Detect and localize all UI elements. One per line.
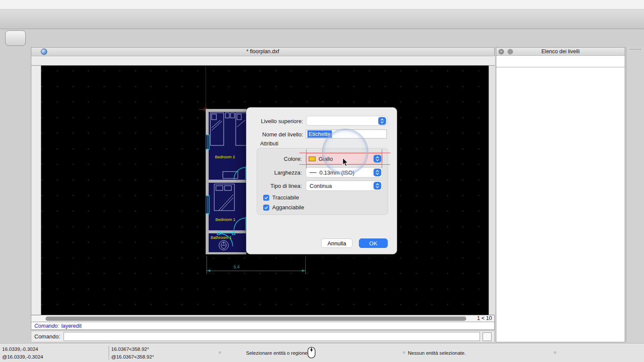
panel-header: × Elenco dei livelli <box>496 48 625 56</box>
layer-name-field[interactable]: Etichette <box>306 130 387 139</box>
mouse-cursor <box>342 157 349 167</box>
command-history: Comando: layeredit <box>31 322 495 330</box>
layer-list-panel: × Elenco dei livelli <box>496 47 625 342</box>
color-label: Colore: <box>257 156 302 162</box>
dimension-line <box>207 271 305 271</box>
status-dot <box>219 351 221 354</box>
floorplan-drawing[interactable]: Bedroom 2 Bedroom 1 Bathroom 1 <box>206 109 246 254</box>
yellow-color-swatch <box>309 157 316 161</box>
command-history-label: Comando: <box>34 323 59 329</box>
linetype-dropdown[interactable]: Continua <box>306 181 383 191</box>
status-dot <box>403 351 405 354</box>
floorplan-geometry <box>206 109 246 254</box>
stepper-icon <box>378 117 386 125</box>
attributes-group: Colore: Giallo Larghezza: 0.13mm (ISO) T… <box>257 148 388 215</box>
lineweight-value: 0.13mm (ISO) <box>319 169 355 176</box>
plottable-label: Tracciabile <box>272 194 299 201</box>
snap-crosshair-line <box>382 149 382 168</box>
plottable-checkbox[interactable]: Tracciabile <box>263 194 299 201</box>
status-bar: 16.0339,-0.3024 @16.0339,-0.3024 16.0367… <box>0 343 644 362</box>
command-row: Comando: <box>31 331 495 342</box>
coord-polar: 16.0367<358.92° <box>111 347 149 352</box>
draw-tool-button[interactable] <box>5 30 26 46</box>
dimension-value: 6.4 <box>234 265 240 269</box>
document-title: * floorplan.dxf <box>31 48 494 54</box>
lineweight-sample-icon <box>310 172 316 173</box>
menu-bar <box>0 0 644 9</box>
dimension-arrow <box>302 269 305 272</box>
command-input[interactable] <box>64 332 480 341</box>
drawing-title-bar: * floorplan.dxf <box>31 48 494 56</box>
layer-name-value: Etichette <box>307 130 332 138</box>
panel-title: Elenco dei livelli <box>541 48 580 54</box>
coord-polar-relative: @16.0367<358.92° <box>111 354 154 359</box>
coord-relative: @16.0339,-0.3024 <box>2 354 43 359</box>
layer-name-label: Nome del livello: <box>246 131 303 138</box>
checkbox-checked-icon <box>263 205 269 211</box>
snappable-label: Agganciabile <box>272 204 304 211</box>
command-prompt-label: Comando: <box>34 333 60 340</box>
snap-crosshair-line <box>299 153 390 153</box>
room-label: Bedroom 2 <box>209 154 241 159</box>
linetype-label: Tipo di linea: <box>257 183 302 189</box>
linetype-value: Continua <box>310 183 332 189</box>
desktop: { "menubar": {"items": ["File","Modifica… <box>0 0 644 362</box>
zoom-ratio-label: 1 < 10 <box>477 315 492 321</box>
command-widget: Comando: layeredit Comando: <box>31 322 495 342</box>
color-value: Giallo <box>319 156 333 162</box>
layer-edit-dialog: Livello superiore: Nome del livello: Eti… <box>246 107 397 254</box>
lineweight-dropdown[interactable]: 0.13mm (ISO) <box>306 167 383 178</box>
close-icon[interactable]: × <box>498 49 504 54</box>
horizontal-ruler <box>31 56 495 66</box>
snappable-checkbox[interactable]: Agganciabile <box>263 204 304 211</box>
command-history-value: layeredit <box>61 323 82 329</box>
dimension-arrow <box>207 269 210 272</box>
selection-status: Nessun entità selezionate. <box>408 350 466 356</box>
layer-toolbar <box>496 56 625 67</box>
left-click-hint: Selezionare entità o regione <box>246 350 307 356</box>
snap-crosshair-line <box>306 149 307 168</box>
ok-button[interactable]: OK <box>359 238 388 248</box>
checkbox-checked-icon <box>263 195 269 201</box>
room-label: Bedroom 1 <box>210 217 241 222</box>
lineweight-label: Larghezza: <box>257 169 302 176</box>
canvas-scrollbar[interactable]: 1 < 10 <box>31 315 494 322</box>
statusbar-divider <box>109 346 109 360</box>
dock-drag-handle <box>630 49 641 50</box>
parent-layer-dropdown[interactable] <box>306 116 387 126</box>
attributes-group-label: Attributi <box>260 141 278 147</box>
dock-toolbar <box>626 47 644 342</box>
status-dot <box>554 351 556 354</box>
undock-icon[interactable] <box>507 49 513 54</box>
canvas-right-margin <box>489 66 495 315</box>
stepper-icon <box>374 182 381 190</box>
mouse-icon <box>307 346 316 359</box>
coord-absolute: 16.0339,-0.3024 <box>2 347 38 352</box>
stepper-icon <box>374 169 381 176</box>
room-label: Bathroom 1 <box>206 235 237 240</box>
dimension-extension-line <box>305 256 306 274</box>
main-toolbar <box>0 9 644 29</box>
parent-layer-label: Livello superiore: <box>246 118 303 124</box>
scrollbar-thumb[interactable] <box>46 317 466 321</box>
stepper-icon <box>374 155 381 163</box>
vertical-ruler <box>31 66 41 315</box>
cancel-button[interactable]: Annulla <box>321 238 352 248</box>
command-options-button[interactable] <box>483 332 492 341</box>
